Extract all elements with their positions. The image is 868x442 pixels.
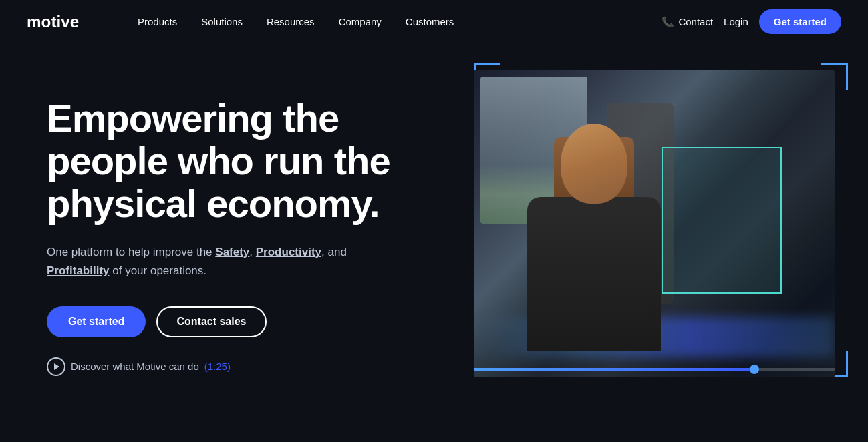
person-head [561,124,627,204]
person-body [527,197,661,351]
login-button[interactable]: Login [724,16,748,27]
svg-text:motive: motive [27,13,79,31]
subtitle-comma2: , and [321,246,347,258]
hero-subtitle: One platform to help improve the Safety,… [47,243,428,279]
navbar: motive Products Solutions Resources Comp… [0,0,868,43]
nav-right: 📞 Contact Login Get started [662,9,841,34]
video-duration: (1:25) [204,361,231,372]
subtitle-prefix: One platform to help improve the [47,246,215,258]
hero-title: Empowering the people who run the physic… [47,97,428,224]
camera-container [474,70,848,417]
nav-resources[interactable]: Resources [257,11,324,33]
hero-content: Empowering the people who run the physic… [47,83,428,376]
subtitle-productivity: Productivity [256,246,321,258]
nav-links: Products Solutions Resources Company Cus… [128,11,662,33]
camera-feed [474,70,835,377]
contact-link[interactable]: 📞 Contact [662,16,713,28]
progress-fill [474,368,755,371]
get-started-nav-button[interactable]: Get started [759,9,841,34]
play-icon [47,357,65,376]
video-progress-bar[interactable] [474,368,835,371]
subtitle-comma1: , [249,246,255,258]
play-triangle [54,363,59,370]
contact-sales-button[interactable]: Contact sales [156,306,266,337]
progress-dot [750,365,759,374]
hero-section: Empowering the people who run the physic… [0,43,868,442]
nav-solutions[interactable]: Solutions [192,11,252,33]
hero-buttons: Get started Contact sales [47,306,428,337]
video-text: Discover what Motive can do [71,361,199,372]
subtitle-suffix: of your operations. [110,264,207,277]
contact-label: Contact [678,16,713,27]
nav-products[interactable]: Products [128,11,186,33]
nav-company[interactable]: Company [329,11,391,33]
subtitle-safety: Safety [215,246,249,258]
face-detection-overlay [662,147,782,294]
video-link[interactable]: Discover what Motive can do (1:25) [47,357,428,376]
nav-customers[interactable]: Customers [396,11,464,33]
subtitle-profitability: Profitability [47,264,110,277]
logo[interactable]: motive [27,13,102,31]
hero-image [460,43,868,442]
phone-icon: 📞 [662,16,674,28]
get-started-hero-button[interactable]: Get started [47,306,146,337]
